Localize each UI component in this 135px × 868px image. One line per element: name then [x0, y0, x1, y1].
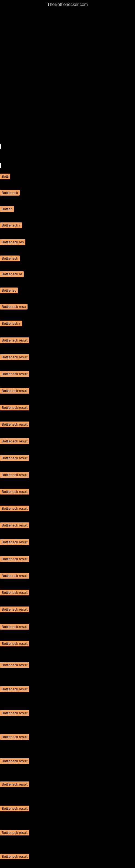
bottleneck-result-label: Bottl — [0, 174, 10, 179]
bottleneck-result-label: Bottleneck resu — [0, 304, 28, 310]
bottleneck-result-label: Bottleneck result — [0, 522, 29, 528]
bottleneck-result-label: Bottleneck result — [0, 438, 29, 444]
bottleneck-result-label: Bottleneck result — [0, 556, 29, 562]
bottleneck-result-label: Bottleneck re — [0, 271, 24, 277]
site-title: TheBottlenecker.com — [47, 2, 88, 7]
bottleneck-result-label: Bottleneck result — [0, 686, 29, 692]
bottleneck-result-label: Bottleneck result — [0, 806, 29, 811]
bottleneck-result-label: Bottleneck res — [0, 239, 26, 245]
bottleneck-result-label: Bottleneck result — [0, 354, 29, 360]
bottleneck-result-label: Bottleneck result — [0, 506, 29, 511]
bottleneck-result-label: Bottleneck result — [0, 472, 29, 478]
bottleneck-result-label: Bottleneck result — [0, 710, 29, 716]
bottleneck-result-label: Bottleneck result — [0, 854, 29, 859]
cursor-line — [0, 144, 1, 149]
bottleneck-result-label: Bottleneck result — [0, 830, 29, 835]
bottleneck-result-label: Bottleneck result — [0, 539, 29, 545]
bottleneck-result-label: Bottleneck result — [0, 489, 29, 495]
bottleneck-result-label: Bottleneck r — [0, 222, 22, 228]
bottleneck-result-label: Bottleneck result — [0, 455, 29, 461]
bottleneck-result-label: Bottleneck result — [0, 624, 29, 629]
cursor-line — [0, 163, 1, 168]
bottleneck-result-label: Bottleneck result — [0, 590, 29, 595]
bottleneck-result-label: Bottleneck result — [0, 422, 29, 427]
bottleneck-result-label: Bottlenec — [0, 287, 18, 293]
bottleneck-result-label: Bottleneck result — [0, 405, 29, 410]
bottleneck-result-label: Bottleneck result — [0, 662, 29, 668]
bottleneck-result-label: Bottleneck result — [0, 607, 29, 612]
bottleneck-result-label: Bottleneck — [0, 190, 20, 195]
bottleneck-result-label: Bottleneck result — [0, 758, 29, 764]
bottleneck-result-label: Bottleneck result — [0, 371, 29, 377]
bottleneck-result-label: Bottleneck result — [0, 781, 29, 787]
bottleneck-result-label: Bottlen — [0, 206, 14, 212]
bottleneck-result-label: Bottleneck result — [0, 734, 29, 740]
bottleneck-result-label: Bottleneck — [0, 255, 20, 261]
bottleneck-result-label: Bottleneck r — [0, 321, 22, 326]
bottleneck-result-label: Bottleneck result — [0, 641, 29, 646]
bottleneck-result-label: Bottleneck result — [0, 388, 29, 394]
bottleneck-result-label: Bottleneck result — [0, 573, 29, 579]
bottleneck-result-label: Bottleneck result — [0, 337, 29, 343]
